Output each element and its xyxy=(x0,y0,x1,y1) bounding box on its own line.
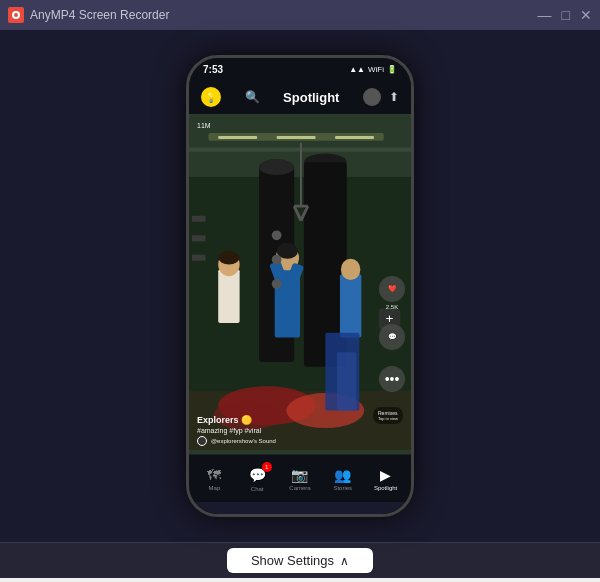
svg-rect-31 xyxy=(337,352,356,410)
stories-icon: 👥 xyxy=(334,467,351,483)
svg-rect-38 xyxy=(192,255,206,261)
svg-point-32 xyxy=(272,230,282,240)
svg-rect-16 xyxy=(218,269,239,323)
svg-rect-4 xyxy=(218,136,257,139)
signal-icon: ▲▲ xyxy=(349,65,365,74)
status-time: 7:53 xyxy=(203,64,223,75)
wifi-icon: WiFi xyxy=(368,65,384,74)
tiktok-screen-title: Spotlight xyxy=(283,90,339,105)
close-button[interactable]: ✕ xyxy=(580,8,592,22)
title-bar: AnyMP4 Screen Recorder — □ ✕ xyxy=(0,0,600,30)
svg-rect-36 xyxy=(192,216,206,222)
status-bar: 7:53 ▲▲ WiFi 🔋 xyxy=(189,58,411,80)
svg-point-25 xyxy=(341,259,360,280)
chat-badge: 1 xyxy=(262,462,272,472)
nav-chat[interactable]: 💬 1 Chat xyxy=(236,466,279,492)
chevron-up-icon: ∧ xyxy=(340,554,349,568)
svg-rect-35 xyxy=(189,196,208,371)
factory-scene-svg: + xyxy=(189,114,411,454)
show-settings-label: Show Settings xyxy=(251,553,334,568)
map-icon: 🗺 xyxy=(207,467,221,483)
svg-point-33 xyxy=(272,255,282,265)
video-content: + ❤️ 2.5K 💬 ••• xyxy=(189,114,411,454)
status-icons: ▲▲ WiFi 🔋 xyxy=(349,65,397,74)
tiktok-light-icon: 💡 xyxy=(201,87,221,107)
main-area: 7:53 ▲▲ WiFi 🔋 💡 🔍 Spotlight ⬆ xyxy=(0,30,600,542)
share-icon[interactable]: ⬆ xyxy=(389,90,399,104)
svg-point-29 xyxy=(213,401,281,430)
tiktok-topbar: 💡 🔍 Spotlight ⬆ xyxy=(189,80,411,114)
svg-rect-6 xyxy=(335,136,374,139)
nav-stories[interactable]: 👥 Stories xyxy=(321,467,364,491)
nav-spotlight-label: Spotlight xyxy=(374,485,397,491)
show-settings-button[interactable]: Show Settings ∧ xyxy=(227,548,373,573)
nav-camera-label: Camera xyxy=(289,485,310,491)
nav-map-label: Map xyxy=(209,485,221,491)
camera-nav-icon: 📷 xyxy=(291,467,308,483)
nav-map[interactable]: 🗺 Map xyxy=(193,467,236,491)
tiktok-bottom-nav: 🗺 Map 💬 1 Chat 📷 Camera 👥 Stories xyxy=(189,454,411,502)
title-bar-left: AnyMP4 Screen Recorder xyxy=(8,7,169,23)
app-title: AnyMP4 Screen Recorder xyxy=(30,8,169,22)
bottom-toolbar: Pause Stop 📷 00:00:06 1.25 MB/52.41 GB xyxy=(0,578,600,582)
nav-chat-label: Chat xyxy=(251,486,264,492)
svg-rect-24 xyxy=(340,274,361,337)
nav-stories-label: Stories xyxy=(333,485,352,491)
tiktok-top-icons: ⬆ xyxy=(363,88,399,106)
svg-rect-37 xyxy=(192,235,206,241)
window-controls: — □ ✕ xyxy=(538,8,592,22)
nav-spotlight[interactable]: ▶ Spotlight xyxy=(364,467,407,491)
phone-screen: 7:53 ▲▲ WiFi 🔋 💡 🔍 Spotlight ⬆ xyxy=(189,58,411,514)
phone-frame: 7:53 ▲▲ WiFi 🔋 💡 🔍 Spotlight ⬆ xyxy=(186,55,414,517)
show-settings-bar: Show Settings ∧ xyxy=(0,542,600,578)
svg-point-9 xyxy=(259,159,294,175)
svg-point-34 xyxy=(272,279,282,289)
app-icon xyxy=(8,7,24,23)
svg-point-18 xyxy=(218,251,239,265)
svg-rect-5 xyxy=(277,136,316,139)
spotlight-icon: ▶ xyxy=(380,467,391,483)
chat-icon-wrapper: 💬 1 xyxy=(249,466,266,484)
nav-camera[interactable]: 📷 Camera xyxy=(279,467,322,491)
maximize-button[interactable]: □ xyxy=(562,8,570,22)
app-icon-inner xyxy=(12,11,20,19)
minimize-button[interactable]: — xyxy=(538,8,552,22)
tiktok-search-icon[interactable]: 🔍 xyxy=(245,90,260,104)
svg-text:+: + xyxy=(386,311,394,326)
battery-icon: 🔋 xyxy=(387,65,397,74)
